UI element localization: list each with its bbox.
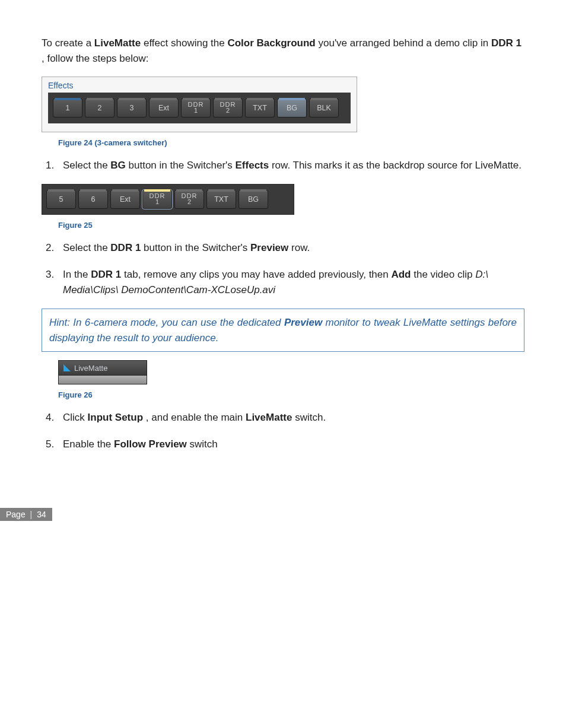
preview-button-row: 5 6 Ext DDR1 DDR2 TXT BG [46,190,290,209]
effects-btn-ext[interactable]: Ext [149,98,179,117]
intro-text-4: , follow the steps below: [42,53,148,64]
footer: Page | 34 [42,506,524,521]
step-4: Click Input Setup , and enable the main … [57,410,524,425]
preview-btn-5[interactable]: 5 [46,190,76,209]
figure-24-caption: Figure 24 (3-camera switcher) [58,138,524,147]
intro-text-3: you've arranged behind a demo clip in [318,37,491,49]
intro-paragraph: To create a LiveMatte effect showing the… [42,36,524,66]
step-2: Select the DDR 1 button in the Switcher'… [57,240,524,256]
preview-btn-ddr1[interactable]: DDR1 [142,190,172,209]
effects-btn-bg[interactable]: BG [277,98,307,117]
effects-panel-label: Effects [48,81,351,90]
figure-25-caption: Figure 25 [58,221,524,230]
preview-btn-6[interactable]: 6 [78,190,108,209]
preview-btn-ddr2[interactable]: DDR2 [174,190,204,209]
livematte-icon [63,364,71,371]
page-number-tag: Page | 34 [0,508,52,521]
effects-btn-blk[interactable]: BLK [309,98,339,117]
livematte-tab-label: LiveMatte [74,364,107,373]
figure-26-caption: Figure 26 [58,390,524,399]
intro-text-2: effect showing the [144,37,227,49]
intro-bold-colorbg: Color Background [227,37,315,49]
hint-box: Hint: In 6-camera mode, you can use the … [42,309,524,352]
effects-btn-1[interactable]: 1 [53,98,82,117]
figure-26-panel: LiveMatte [58,360,147,384]
effects-btn-txt[interactable]: TXT [245,98,275,117]
preview-btn-ext[interactable]: Ext [110,190,140,209]
preview-btn-bg[interactable]: BG [239,190,268,209]
intro-bold-livematte: LiveMatte [94,37,141,49]
step-3: In the DDR 1 tab, remove any clips you m… [57,267,524,298]
effects-btn-2[interactable]: 2 [85,98,115,117]
figure-25-panel: 5 6 Ext DDR1 DDR2 TXT BG [42,184,294,215]
preview-btn-txt[interactable]: TXT [206,190,236,209]
livematte-panel-body [58,376,147,384]
effects-btn-ddr2[interactable]: DDR2 [213,98,243,117]
intro-bold-ddr1: DDR 1 [491,37,522,49]
livematte-tab[interactable]: LiveMatte [58,360,147,376]
effects-btn-ddr1[interactable]: DDR1 [181,98,211,117]
intro-text: To create a [42,37,94,49]
figure-24-panel: Effects 1 2 3 Ext DDR1 DDR2 TXT BG BLK [42,77,357,132]
effects-btn-3[interactable]: 3 [117,98,147,117]
effects-button-row: 1 2 3 Ext DDR1 DDR2 TXT BG BLK [48,93,351,123]
step-1: Select the BG button in the Switcher's E… [57,158,524,173]
step-5: Enable the Follow Preview switch [57,437,524,452]
